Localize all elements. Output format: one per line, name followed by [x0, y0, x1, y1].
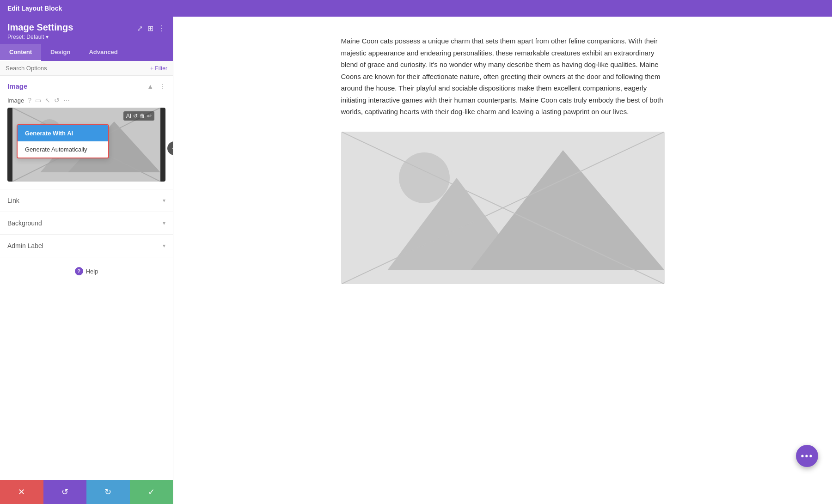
image-label: Image: [7, 97, 24, 104]
sidebar-content: Image ▲ ⋮ Image ? ▭ ↖ ↺ ⋯: [0, 76, 173, 480]
image-section: Image ▲ ⋮ Image ? ▭ ↖ ↺ ⋯: [0, 76, 173, 189]
image-action-bar: AI ↺ 🗑 ↩: [123, 111, 154, 121]
admin-label-section-title: Admin Label: [7, 242, 43, 249]
top-bar-title: Edit Layout Block: [7, 5, 62, 12]
admin-label-section: Admin Label ▾: [0, 235, 173, 257]
link-section-title: Link: [7, 197, 19, 204]
resize-handle[interactable]: ↔: [167, 141, 173, 155]
search-input[interactable]: [6, 65, 147, 72]
sidebar-title: Image Settings: [7, 22, 73, 33]
generate-ai-item[interactable]: Generate With AI: [18, 125, 108, 141]
save-button[interactable]: ✓: [130, 480, 173, 504]
mobile-icon[interactable]: ▭: [35, 97, 41, 104]
expand-icon[interactable]: ⤢: [137, 24, 143, 33]
admin-label-section-header[interactable]: Admin Label ▾: [0, 235, 173, 257]
more-icon[interactable]: ⋮: [158, 24, 165, 33]
article-text: Maine Coon cats possess a unique charm t…: [341, 35, 665, 118]
cancel-button[interactable]: ✕: [0, 480, 43, 504]
link-section: Link ▾: [0, 189, 173, 212]
tab-content[interactable]: Content: [0, 44, 41, 61]
svg-point-9: [399, 152, 450, 203]
sidebar: Image Settings Preset: Default ▾ ⤢ ⊞ ⋮ C…: [0, 17, 173, 504]
search-bar: + Filter: [0, 61, 173, 76]
undo-icon[interactable]: ↩: [147, 113, 152, 119]
help-section: ? Help: [0, 257, 173, 285]
fab-button[interactable]: •••: [796, 445, 818, 467]
background-section-title: Background: [7, 219, 42, 227]
link-section-header[interactable]: Link ▾: [0, 189, 173, 212]
reset-icon[interactable]: ↺: [54, 97, 60, 104]
background-section-header[interactable]: Background ▾: [0, 212, 173, 234]
image-section-title: Image: [7, 82, 27, 90]
tab-advanced[interactable]: Advanced: [80, 44, 127, 61]
large-placeholder-svg: [341, 132, 665, 284]
header-icons: ⤢ ⊞ ⋮: [137, 22, 165, 33]
filter-button[interactable]: + Filter: [150, 65, 167, 72]
link-chevron-icon: ▾: [163, 197, 165, 204]
section-more-icon[interactable]: ⋮: [159, 83, 165, 90]
background-section: Background ▾: [0, 212, 173, 235]
help-icon: ?: [75, 267, 83, 275]
generate-auto-item[interactable]: Generate Automatically: [18, 141, 108, 158]
main-content: Maine Coon cats possess a unique charm t…: [173, 17, 832, 504]
background-chevron-icon: ▾: [163, 220, 165, 226]
more-options-icon[interactable]: ⋯: [63, 97, 70, 104]
sidebar-preset[interactable]: Preset: Default ▾: [7, 34, 73, 40]
ai-icon[interactable]: AI: [126, 113, 131, 119]
admin-label-chevron-icon: ▾: [163, 243, 165, 249]
image-section-controls: ▲ ⋮: [147, 83, 165, 90]
redo-button[interactable]: ↻: [86, 480, 130, 504]
cursor-icon[interactable]: ↖: [45, 97, 50, 104]
columns-icon[interactable]: ⊞: [147, 24, 153, 33]
image-preview-wrapper: AI ↺ 🗑 ↩ Generate With AI Generate Autom: [0, 108, 173, 189]
help-button[interactable]: ? Help: [75, 267, 98, 275]
help-circle-icon[interactable]: ?: [28, 97, 31, 104]
image-toolbar: Image ? ▭ ↖ ↺ ⋯: [0, 95, 173, 108]
sidebar-header: Image Settings Preset: Default ▾ ⤢ ⊞ ⋮: [0, 17, 173, 44]
top-bar: Edit Layout Block: [0, 0, 832, 17]
main-layout: Image Settings Preset: Default ▾ ⤢ ⊞ ⋮ C…: [0, 17, 832, 504]
image-preview[interactable]: AI ↺ 🗑 ↩ Generate With AI Generate Autom: [7, 108, 165, 182]
bottom-bar: ✕ ↺ ↻ ✓: [0, 480, 173, 504]
undo-button[interactable]: ↺: [43, 480, 87, 504]
collapse-icon[interactable]: ▲: [147, 83, 153, 90]
large-image-placeholder: [341, 132, 665, 284]
delete-icon[interactable]: 🗑: [140, 113, 145, 119]
dropdown-menu: Generate With AI Generate Automatically: [17, 124, 109, 158]
tab-design[interactable]: Design: [41, 44, 80, 61]
image-section-header: Image ▲ ⋮: [0, 76, 173, 95]
refresh-icon[interactable]: ↺: [133, 113, 138, 119]
tabs-bar: Content Design Advanced: [0, 44, 173, 61]
